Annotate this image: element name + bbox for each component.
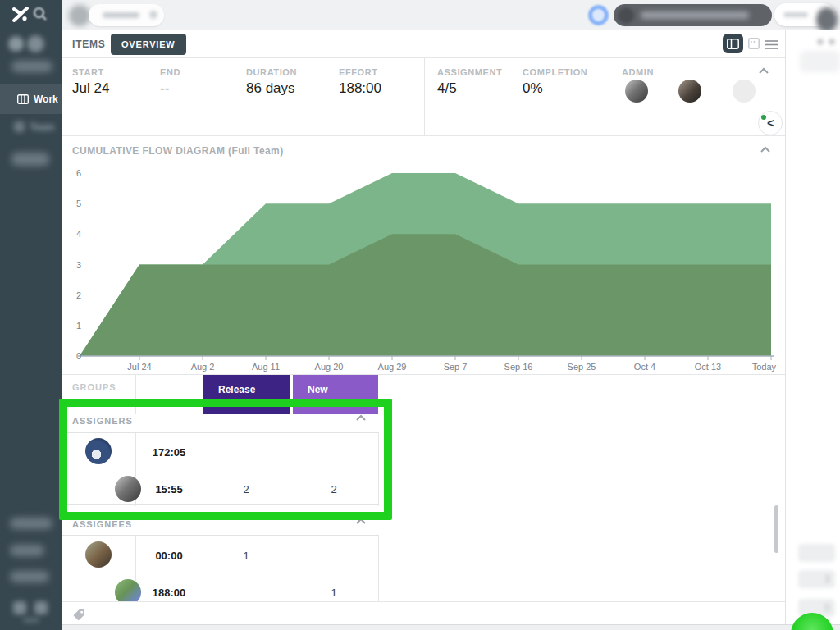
assignee-time: 188:00 bbox=[135, 587, 203, 599]
assignee-time: 00:00 bbox=[135, 550, 203, 562]
admin-collapse-chevron-icon[interactable] bbox=[758, 67, 769, 74]
sidebar-bottom-icon[interactable] bbox=[13, 601, 26, 614]
assignees-table: 00:00 1 188:00 1 bbox=[62, 535, 379, 601]
sidebar-item-blurred[interactable] bbox=[11, 61, 52, 72]
blurred-chip-avatar bbox=[816, 7, 838, 32]
blue-ring-indicator-icon[interactable] bbox=[588, 5, 609, 25]
assignees-label: ASSIGNEES bbox=[72, 519, 132, 529]
app-logo-icon[interactable] bbox=[11, 6, 30, 24]
floating-button[interactable]: 3 bbox=[798, 570, 835, 588]
blurred-chip-text bbox=[783, 12, 808, 17]
chart-collapse-chevron-icon[interactable] bbox=[760, 146, 771, 153]
admin-avatar[interactable] bbox=[758, 111, 783, 135]
hamburger-menu-icon bbox=[765, 40, 778, 49]
sidebar-item-blurred[interactable] bbox=[10, 571, 49, 582]
scrollbar-thumb[interactable] bbox=[774, 505, 778, 553]
stat-value: 0% bbox=[523, 80, 587, 97]
account-chip[interactable] bbox=[774, 3, 835, 26]
floating-button[interactable] bbox=[798, 544, 835, 562]
stat-value: 4/5 bbox=[437, 80, 502, 97]
stat-label: COMPLETION bbox=[523, 67, 587, 77]
board-icon bbox=[17, 94, 29, 104]
sidebar-item-blurred[interactable] bbox=[10, 545, 44, 556]
sidebar-bottom-icon[interactable] bbox=[34, 601, 48, 614]
sidebar-item-work[interactable]: Work bbox=[0, 84, 62, 114]
annotation-highlight-box bbox=[59, 399, 392, 520]
svg-text:Oct 4: Oct 4 bbox=[634, 362, 655, 372]
stat-label: DURATION bbox=[246, 67, 297, 77]
admin-avatar[interactable] bbox=[678, 80, 701, 103]
svg-text:Jul 24: Jul 24 bbox=[127, 362, 151, 372]
sharing-indicator-pill[interactable] bbox=[614, 4, 772, 26]
svg-text:6: 6 bbox=[76, 168, 81, 178]
stat-value: 188:00 bbox=[339, 80, 381, 97]
stat-label: START bbox=[72, 67, 109, 77]
stat-end: END -- bbox=[160, 67, 180, 97]
assignee-release-count: 1 bbox=[203, 550, 290, 562]
svg-text:1: 1 bbox=[76, 321, 81, 331]
stat-label: ASSIGNMENT bbox=[437, 67, 502, 77]
sidebar-divider bbox=[0, 596, 62, 596]
tab-overview[interactable]: OVERVIEW bbox=[111, 34, 186, 55]
sidebar-item-work-label: Work bbox=[34, 94, 58, 105]
sidebar-bottom-blurred bbox=[23, 618, 39, 623]
team-icon bbox=[14, 121, 25, 132]
svg-text:Today: Today bbox=[752, 362, 777, 372]
stat-label: EFFORT bbox=[339, 67, 381, 77]
svg-text:Oct 13: Oct 13 bbox=[695, 362, 721, 372]
stat-completion: COMPLETION 0% bbox=[523, 67, 587, 97]
blurred-dot bbox=[817, 39, 824, 45]
columns-view-icon bbox=[727, 39, 739, 49]
svg-text:Aug 20: Aug 20 bbox=[315, 362, 344, 372]
sidebar-blurred-avatar[interactable] bbox=[8, 36, 24, 52]
stat-value: Jul 24 bbox=[72, 80, 109, 97]
svg-text:Aug 11: Aug 11 bbox=[252, 362, 280, 372]
admin-avatar[interactable] bbox=[625, 80, 648, 103]
stat-value: -- bbox=[160, 80, 180, 97]
svg-text:Sep 25: Sep 25 bbox=[568, 362, 596, 372]
stat-label: END bbox=[160, 67, 180, 77]
svg-text:Sep 16: Sep 16 bbox=[504, 362, 533, 372]
floating-badge-count: 0 bbox=[824, 602, 830, 614]
right-pane: 3 0 bbox=[786, 30, 840, 625]
bottom-strip bbox=[62, 624, 840, 630]
search-icon[interactable] bbox=[33, 7, 48, 21]
main-panel: ITEMS OVERVIEW START Jul bbox=[62, 30, 786, 624]
view-toggle-columns-button[interactable] bbox=[723, 34, 743, 53]
close-tab-icon[interactable] bbox=[149, 11, 158, 19]
sidebar-item-team[interactable]: Team bbox=[30, 121, 54, 133]
view-toggle-board-button[interactable] bbox=[747, 37, 760, 50]
blurred-pill-icon bbox=[618, 7, 634, 24]
blurred-pill-text bbox=[641, 11, 749, 19]
svg-text:Aug 2: Aug 2 bbox=[191, 362, 215, 372]
cumulative-flow-chart: Jul 24Aug 2Aug 11Aug 20Aug 29Sep 7Sep 16… bbox=[62, 159, 786, 376]
sidebar-item-blurred[interactable] bbox=[11, 153, 49, 166]
blurred-panel bbox=[800, 51, 840, 72]
blurred-avatar[interactable] bbox=[69, 5, 90, 26]
sidebar-blurred-avatar[interactable] bbox=[27, 35, 44, 52]
blurred-dot bbox=[829, 39, 835, 45]
admin-avatar[interactable] bbox=[733, 80, 756, 103]
assignee-avatar bbox=[85, 541, 112, 568]
svg-text:4: 4 bbox=[76, 229, 81, 239]
assignee-new-count: 1 bbox=[290, 587, 378, 599]
sidebar: Work Team bbox=[0, 0, 62, 630]
svg-text:3: 3 bbox=[76, 260, 81, 270]
browser-tab[interactable] bbox=[89, 4, 164, 26]
svg-text:Sep 7: Sep 7 bbox=[444, 362, 468, 372]
sidebar-item-blurred[interactable] bbox=[10, 518, 52, 529]
stat-effort: EFFORT 188:00 bbox=[339, 67, 381, 97]
stat-assignment: ASSIGNMENT 4/5 bbox=[437, 67, 502, 97]
tab-items[interactable]: ITEMS bbox=[72, 39, 106, 50]
svg-text:0: 0 bbox=[76, 351, 81, 361]
chart-title: CUMULATIVE FLOW DIAGRAM (Full Team) bbox=[72, 145, 284, 157]
menu-button[interactable] bbox=[764, 39, 778, 49]
stat-start: START Jul 24 bbox=[72, 67, 109, 97]
top-tab-strip bbox=[62, 0, 840, 30]
board-view-icon bbox=[748, 38, 760, 49]
admin-label: ADMIN bbox=[622, 67, 654, 77]
tag-icon[interactable] bbox=[72, 609, 86, 623]
svg-text:5: 5 bbox=[76, 199, 81, 208]
stat-duration: DURATION 86 days bbox=[246, 67, 297, 97]
svg-text:2: 2 bbox=[76, 290, 81, 300]
